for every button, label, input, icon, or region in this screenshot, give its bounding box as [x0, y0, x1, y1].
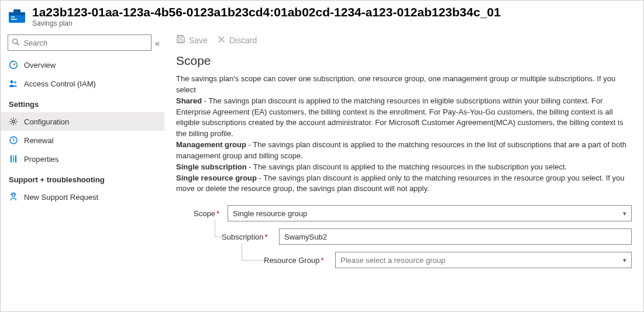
- section-title: Scope: [176, 54, 632, 68]
- sidebar-item-renewal[interactable]: Renewal: [1, 131, 164, 150]
- svg-point-19: [12, 194, 15, 197]
- svg-rect-5: [11, 19, 17, 20]
- properties-icon: [9, 154, 18, 164]
- page-title: 1a23b123-01aa-123a-4b56-0123a1b23cd4:01a…: [32, 5, 636, 19]
- scope-description: The savings plan's scope can cover one s…: [176, 74, 632, 195]
- scope-form: Scope* Single resource group ▾ Subscript…: [176, 205, 632, 268]
- search-input[interactable]: [8, 34, 151, 51]
- resource-group-select[interactable]: Please select a resource group ▾: [335, 252, 632, 268]
- main-content: Save Discard Scope The savings plan's sc…: [164, 30, 643, 308]
- sidebar-item-overview[interactable]: Overview: [1, 56, 164, 74]
- svg-rect-18: [15, 155, 16, 162]
- subscription-label: Subscription*: [222, 233, 279, 241]
- savings-plan-icon: [8, 6, 26, 25]
- overview-icon: [9, 60, 18, 70]
- page-header: 1a23b123-01aa-123a-4b56-0123a1b23cd4:01a…: [1, 1, 643, 30]
- chevron-down-icon: ▾: [623, 256, 626, 264]
- svg-point-12: [12, 120, 15, 123]
- sidebar-item-support[interactable]: New Support Request: [1, 188, 164, 206]
- connector-line: [242, 243, 264, 261]
- chevron-down-icon: ▾: [623, 210, 626, 217]
- close-icon: [217, 35, 226, 46]
- sidebar-item-label: Renewal: [24, 136, 54, 145]
- support-icon: [9, 192, 18, 202]
- svg-line-7: [17, 43, 19, 45]
- sidebar-section-support: Support + troubleshooting: [1, 168, 164, 188]
- page-subtitle: Savings plan: [32, 19, 636, 27]
- sidebar-item-label: New Support Request: [24, 193, 98, 202]
- sidebar-item-label: Configuration: [24, 117, 69, 126]
- sidebar-section-settings: Settings: [1, 93, 164, 112]
- svg-rect-16: [11, 155, 12, 162]
- svg-point-6: [13, 39, 18, 43]
- clock-icon: [9, 136, 18, 145]
- sidebar-item-iam[interactable]: Access Control (IAM): [1, 74, 164, 93]
- svg-line-15: [13, 140, 15, 141]
- svg-point-10: [11, 81, 13, 84]
- svg-rect-17: [13, 155, 14, 162]
- scope-label: Scope*: [194, 209, 228, 218]
- sidebar: « Overview Access Control (IAM) Settings…: [1, 30, 164, 308]
- gear-icon: [9, 117, 18, 126]
- svg-rect-4: [11, 16, 15, 18]
- svg-point-11: [14, 81, 16, 84]
- sidebar-item-label: Properties: [24, 155, 58, 164]
- subscription-input[interactable]: SwamySub2: [279, 228, 632, 245]
- sidebar-item-label: Overview: [24, 61, 56, 70]
- search-icon: [12, 38, 20, 48]
- sidebar-item-label: Access Control (IAM): [24, 79, 96, 88]
- toolbar: Save Discard: [176, 34, 632, 54]
- scope-select[interactable]: Single resource group ▾: [228, 205, 632, 221]
- sidebar-item-properties[interactable]: Properties: [1, 150, 164, 168]
- svg-line-9: [13, 64, 15, 65]
- discard-button[interactable]: Discard: [217, 34, 257, 46]
- save-icon: [176, 34, 185, 46]
- people-icon: [9, 79, 18, 88]
- collapse-sidebar-icon[interactable]: «: [155, 38, 160, 48]
- resource-group-label: Resource Group*: [264, 256, 335, 265]
- connector-line: [215, 220, 224, 237]
- sidebar-item-configuration[interactable]: Configuration: [1, 112, 164, 131]
- svg-rect-21: [179, 40, 182, 43]
- save-button[interactable]: Save: [176, 34, 208, 46]
